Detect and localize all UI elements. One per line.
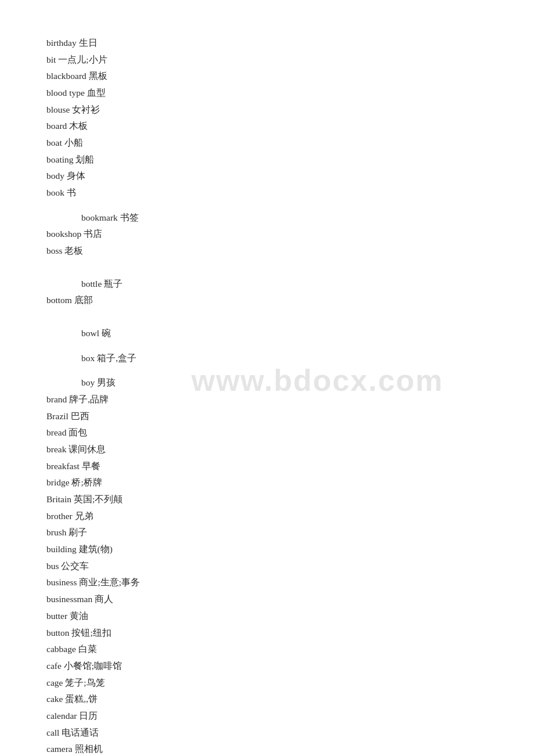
- list-item: businessman 商人: [46, 591, 488, 608]
- list-item: cafe 小餐馆;咖啡馆: [46, 658, 488, 675]
- list-item: brother 兄弟: [46, 508, 488, 525]
- list-item: brush 刷子: [46, 524, 488, 541]
- list-item: break 课间休息: [46, 441, 488, 458]
- list-item: cake 蛋糕,,饼: [46, 691, 488, 708]
- spacer: [46, 317, 488, 325]
- list-item: bottle 瓶子: [46, 276, 488, 293]
- list-item: cabbage 白菜: [46, 641, 488, 658]
- spacer: [46, 309, 488, 317]
- list-item: butter 黄油: [46, 608, 488, 625]
- list-item: brand 牌子,品牌: [46, 391, 488, 408]
- list-item: body 身体: [46, 168, 488, 185]
- spacer: [46, 268, 488, 276]
- list-item: building 建筑(物): [46, 541, 488, 558]
- list-item: boat 小船: [46, 135, 488, 152]
- list-item: bookshop 书店: [46, 226, 488, 243]
- list-item: boating 划船: [46, 152, 488, 168]
- list-item: bowl 碗: [46, 325, 488, 342]
- list-item: blouse 女衬衫: [46, 102, 488, 118]
- spacer: [46, 260, 488, 268]
- list-item: bottom 底部: [46, 292, 488, 309]
- list-item: Brazil 巴西: [46, 408, 488, 425]
- list-item: business 商业;生意;事务: [46, 574, 488, 591]
- list-item: boy 男孩: [46, 375, 488, 391]
- list-item: bridge 桥;桥牌: [46, 474, 488, 491]
- list-item: bus 公交车: [46, 558, 488, 575]
- list-item: bookmark 书签: [46, 210, 488, 226]
- list-item: cage 笼子;鸟笼: [46, 675, 488, 692]
- list-item: blood type 血型: [46, 85, 488, 102]
- word-list: birthday 生日bit 一点儿;小片blackboard 黑板blood …: [46, 35, 488, 756]
- list-item: call 电话通话: [46, 725, 488, 741]
- list-item: button 按钮;纽扣: [46, 625, 488, 642]
- list-item: Britain 英国;不列颠: [46, 491, 488, 508]
- list-item: board 木板: [46, 118, 488, 135]
- list-item: boss 老板: [46, 243, 488, 260]
- list-item: blackboard 黑板: [46, 68, 488, 85]
- spacer: [46, 366, 488, 375]
- list-item: bit 一点儿;小片: [46, 52, 488, 69]
- list-item: birthday 生日: [46, 35, 488, 52]
- spacer: [46, 342, 488, 350]
- list-item: camera 照相机: [46, 741, 488, 756]
- spacer: [46, 201, 488, 210]
- list-item: breakfast 早餐: [46, 458, 488, 475]
- list-item: calendar 日历: [46, 708, 488, 725]
- list-item: box 箱子,盒子: [46, 350, 488, 367]
- list-item: book 书: [46, 185, 488, 201]
- list-item: bread 面包: [46, 424, 488, 441]
